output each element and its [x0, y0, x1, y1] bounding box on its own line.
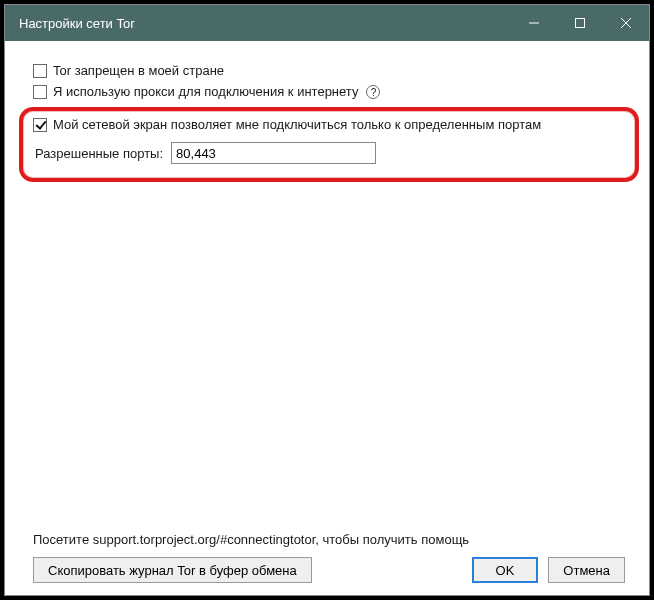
censored-checkbox[interactable] — [33, 64, 47, 78]
svg-rect-1 — [576, 19, 585, 28]
firewall-row: Мой сетевой экран позволяет мне подключи… — [33, 117, 625, 132]
window-title: Настройки сети Tor — [5, 16, 511, 31]
ports-input[interactable] — [171, 142, 376, 164]
ok-button[interactable]: OK — [472, 557, 539, 583]
firewall-highlight: Мой сетевой экран позволяет мне подключи… — [19, 107, 639, 182]
proxy-label: Я использую прокси для подключения к инт… — [53, 84, 358, 99]
proxy-row: Я использую прокси для подключения к инт… — [33, 84, 625, 99]
maximize-button[interactable] — [557, 5, 603, 41]
titlebar: Настройки сети Tor — [5, 5, 649, 41]
dialog-body: Tor запрещен в моей стране Я использую п… — [5, 41, 649, 595]
spacer — [33, 182, 625, 532]
copy-log-button[interactable]: Скопировать журнал Tor в буфер обмена — [33, 557, 312, 583]
help-text: Посетите support.torproject.org/#connect… — [33, 532, 625, 547]
censored-row: Tor запрещен в моей стране — [33, 63, 625, 78]
close-button[interactable] — [603, 5, 649, 41]
minimize-button[interactable] — [511, 5, 557, 41]
cancel-button[interactable]: Отмена — [548, 557, 625, 583]
help-icon[interactable]: ? — [366, 85, 380, 99]
firewall-checkbox[interactable] — [33, 118, 47, 132]
ports-label: Разрешенные порты: — [35, 146, 163, 161]
footer-buttons: Скопировать журнал Tor в буфер обмена OK… — [33, 557, 625, 583]
ports-row: Разрешенные порты: — [35, 142, 625, 164]
firewall-label: Мой сетевой экран позволяет мне подключи… — [53, 117, 541, 132]
settings-window: Настройки сети Tor Tor запрещен в моей с… — [4, 4, 650, 596]
proxy-checkbox[interactable] — [33, 85, 47, 99]
censored-label: Tor запрещен в моей стране — [53, 63, 224, 78]
